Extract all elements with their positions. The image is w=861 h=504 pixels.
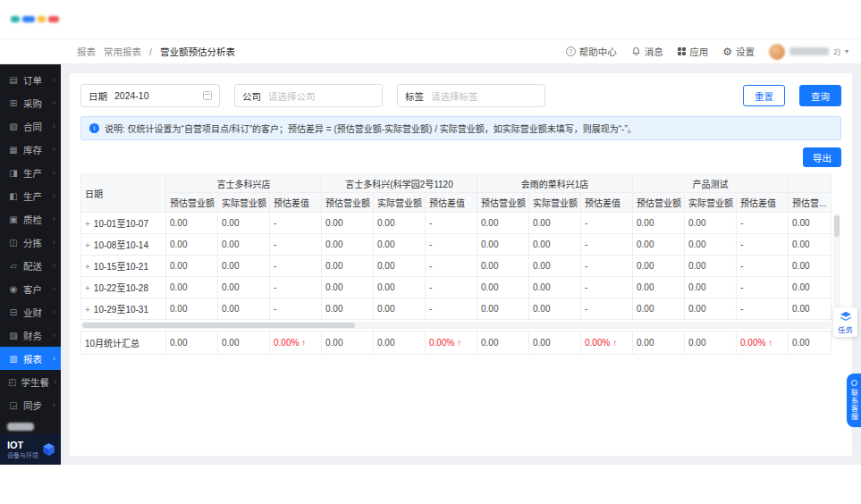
table-row[interactable]: +10-22至10-280.000.00-0.000.00-0.000.00-0… bbox=[81, 277, 831, 298]
col-subheader-overflow: 预估营... bbox=[789, 193, 831, 213]
sidebar-item-production-1[interactable]: ◨生产› bbox=[0, 161, 61, 184]
horizontal-scrollbar[interactable]: › bbox=[80, 322, 831, 329]
sidebar-item-orders[interactable]: ▤订单› bbox=[0, 68, 61, 91]
apps-button[interactable]: 应用 bbox=[678, 45, 709, 58]
expand-icon[interactable]: + bbox=[85, 240, 90, 250]
sidebar-item-finance[interactable]: ▨财务› bbox=[0, 323, 61, 347]
cell-estimated-revenue: 0.00 bbox=[166, 298, 218, 320]
vertical-scrollbar-thumb[interactable] bbox=[834, 215, 840, 237]
help-center-button[interactable]: ? 帮助中心 bbox=[566, 45, 617, 58]
sidebar-item-biz-finance[interactable]: ⊟业财› bbox=[0, 300, 61, 323]
date-filter-value: 2024-10 bbox=[114, 90, 196, 101]
tasks-widget[interactable]: 任务 bbox=[833, 307, 857, 337]
table-row[interactable]: +10-15至10-210.000.00-0.000.00-0.000.00-0… bbox=[81, 256, 831, 277]
sidebar-menu: ▤订单›⊞采购›▧合同›▦库存›◨生产›◧生产›▣质检›◫分拣›▱配送›◉客户›… bbox=[0, 64, 61, 421]
cell-actual-revenue: 0.00 bbox=[529, 277, 581, 298]
tag-filter[interactable]: 标签 请选择标签 bbox=[397, 84, 545, 107]
company-filter[interactable]: 公司 请选择公司 bbox=[234, 84, 383, 107]
query-button[interactable]: 查询 bbox=[799, 85, 841, 106]
sidebar-item-delivery[interactable]: ▱配送› bbox=[0, 254, 61, 277]
iot-widget[interactable]: IOT 设备与环境 bbox=[0, 434, 61, 465]
expand-icon[interactable]: + bbox=[85, 262, 90, 272]
student-meal-icon: ◰ bbox=[8, 377, 16, 387]
cell-estimated-diff: - bbox=[737, 298, 789, 320]
production-icon: ◨ bbox=[8, 168, 19, 178]
cell-estimated-diff: - bbox=[737, 234, 789, 256]
sidebar-item-contract[interactable]: ▧合同› bbox=[0, 114, 61, 138]
apps-grid-icon bbox=[678, 47, 687, 56]
sidebar-item-sorting[interactable]: ◫分拣› bbox=[0, 231, 61, 254]
export-button[interactable]: 导出 bbox=[803, 147, 841, 167]
cell-overflow: 0.00 bbox=[789, 277, 831, 298]
table-group-header-row: 日期言士多科兴店言士多科兴(科学园2号1120会雨的菜科兴1店产品测试 bbox=[81, 175, 831, 193]
biz-finance-icon: ⊟ bbox=[8, 307, 19, 317]
app-logo[interactable] bbox=[11, 16, 59, 22]
cell-estimated-diff: - bbox=[737, 256, 789, 277]
cell-estimated-revenue: 0.00 bbox=[322, 298, 374, 320]
user-menu[interactable]: 2) ▾ bbox=[769, 44, 848, 60]
sidebar-item-reports[interactable]: ▥报表› bbox=[0, 347, 61, 370]
sidebar: ▤订单›⊞采购›▧合同›▦库存›◨生产›◧生产›▣质检›◫分拣›▱配送›◉客户›… bbox=[0, 64, 61, 465]
sidebar-item-sync[interactable]: ◲同步› bbox=[0, 393, 61, 416]
table-row[interactable]: +10-29至10-310.000.00-0.000.00-0.000.00-0… bbox=[81, 298, 831, 320]
table-row[interactable]: +10-01至10-070.000.00-0.000.00-0.000.00-0… bbox=[81, 213, 831, 234]
sidebar-item-inventory[interactable]: ▦库存› bbox=[0, 138, 61, 161]
filter-bar: 日期 2024-10 公司 请选择公司 标签 请选择标签 重置 查询 bbox=[80, 84, 841, 107]
breadcrumb-root[interactable]: 报表 bbox=[77, 45, 96, 58]
settings-label: 设置 bbox=[736, 45, 755, 58]
cell-actual-revenue: 0.00 bbox=[218, 256, 270, 277]
user-name-blurred bbox=[789, 47, 829, 55]
cell-date: +10-29至10-31 bbox=[81, 298, 166, 320]
cell-estimated-diff: - bbox=[581, 234, 633, 256]
cell-estimated-revenue: 0.00 bbox=[477, 256, 529, 277]
cell-actual-revenue: 0.00 bbox=[218, 234, 270, 256]
expand-icon[interactable]: + bbox=[85, 219, 90, 229]
expand-icon[interactable]: + bbox=[85, 283, 90, 293]
chevron-right-icon: › bbox=[53, 331, 55, 340]
sidebar-item-label: 质检 bbox=[23, 213, 48, 226]
cell-actual-revenue: 0.00 bbox=[529, 213, 581, 234]
cell-actual-revenue: 0.00 bbox=[685, 332, 737, 355]
iot-title: IOT bbox=[7, 440, 38, 450]
cell-overflow: 0.00 bbox=[789, 256, 831, 277]
cell-estimated-revenue: 0.00 bbox=[166, 256, 218, 277]
sidebar-item-production-2[interactable]: ◧生产› bbox=[0, 184, 61, 207]
cell-actual-revenue: 0.00 bbox=[218, 277, 270, 298]
reset-button[interactable]: 重置 bbox=[743, 85, 785, 106]
col-subheader: 实际营业额 bbox=[685, 193, 737, 213]
breadcrumb-bar: 报表 常用报表 / 营业额预估分析表 ? 帮助中心 消息 应用 ⚙ 设置 bbox=[0, 39, 861, 64]
cell-actual-revenue: 0.00 bbox=[218, 298, 270, 320]
breadcrumb-section[interactable]: 常用报表 bbox=[104, 45, 141, 58]
expand-icon[interactable]: + bbox=[85, 305, 90, 315]
data-table: 日期言士多科兴店言士多科兴(科学园2号1120会雨的菜科兴1店产品测试预估营业额… bbox=[80, 174, 831, 320]
col-group-0: 言士多科兴店 bbox=[166, 175, 322, 193]
cell-estimated-revenue: 0.00 bbox=[633, 256, 685, 277]
cell-estimated-diff: - bbox=[426, 277, 477, 298]
summary-row: 10月统计汇总0.000.000.00% ↑0.000.000.00% ↑0.0… bbox=[81, 332, 831, 355]
messages-label: 消息 bbox=[645, 45, 663, 58]
content-area: 日期 2024-10 公司 请选择公司 标签 请选择标签 重置 查询 bbox=[61, 64, 861, 465]
messages-button[interactable]: 消息 bbox=[631, 45, 663, 58]
col-subheader: 预估营业额 bbox=[322, 193, 374, 213]
sidebar-item-label: 库存 bbox=[23, 143, 48, 156]
date-filter[interactable]: 日期 2024-10 bbox=[80, 84, 220, 107]
sidebar-item-customer[interactable]: ◉客户› bbox=[0, 277, 61, 300]
sidebar-item-purchase[interactable]: ⊞采购› bbox=[0, 91, 61, 114]
production-icon: ◧ bbox=[8, 191, 19, 201]
cell-estimated-revenue: 0.00 bbox=[322, 332, 374, 355]
col-group-overflow bbox=[789, 175, 831, 193]
cell-estimated-revenue: 0.00 bbox=[166, 277, 218, 298]
reports-icon: ▥ bbox=[8, 354, 19, 364]
sidebar-item-quality[interactable]: ▣质检› bbox=[0, 207, 61, 231]
customer-service-button[interactable]: 联系客服 bbox=[847, 374, 861, 427]
summary-diff: 0.00% ↑ bbox=[737, 332, 789, 355]
sidebar-item-student-meal[interactable]: ◰学生餐› bbox=[0, 370, 61, 393]
cube-icon bbox=[42, 442, 55, 457]
chevron-right-icon: › bbox=[53, 122, 55, 130]
table-row[interactable]: +10-08至10-140.000.00-0.000.00-0.000.00-0… bbox=[81, 234, 831, 256]
horizontal-scrollbar-thumb[interactable] bbox=[82, 323, 355, 328]
settings-button[interactable]: ⚙ 设置 bbox=[722, 45, 755, 58]
cell-estimated-diff: - bbox=[426, 213, 477, 234]
col-date: 日期 bbox=[81, 175, 166, 213]
chevron-right-icon: › bbox=[53, 214, 55, 223]
